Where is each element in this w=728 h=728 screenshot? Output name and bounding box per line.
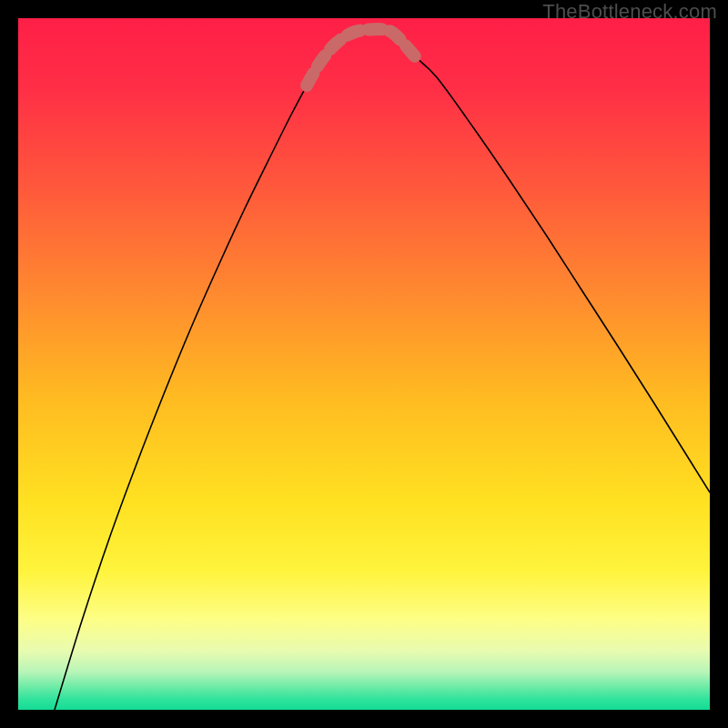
gradient-fill [18, 18, 710, 710]
chart-frame [18, 18, 710, 710]
bottleneck-heat-gradient [18, 18, 710, 710]
